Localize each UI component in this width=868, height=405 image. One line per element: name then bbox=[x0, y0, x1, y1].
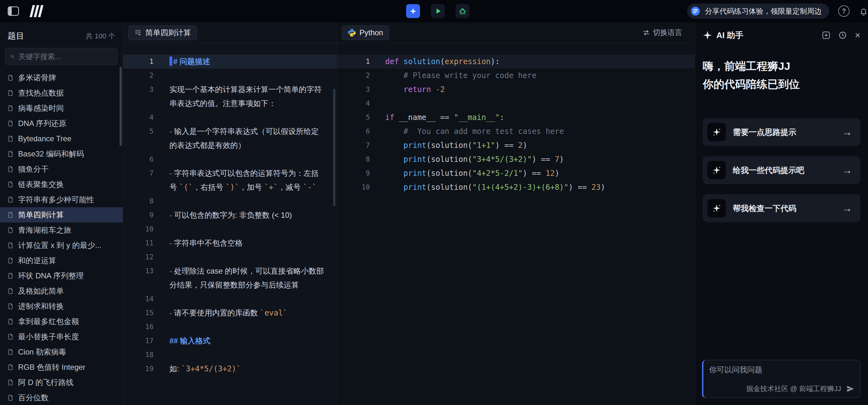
document-icon bbox=[7, 257, 14, 264]
editor-line[interactable]: 4 bbox=[123, 111, 336, 124]
editor-line[interactable]: 15 - 请不要使用内置的库函数 `eval` bbox=[123, 306, 336, 320]
editor-line[interactable]: 18 bbox=[123, 348, 336, 362]
suggestion-label: 帮我检查一下代码 bbox=[733, 203, 796, 213]
editor-line[interactable]: 2 # Please write your code here bbox=[337, 68, 695, 83]
document-icon bbox=[7, 196, 14, 203]
problem-list-item[interactable]: DNA 序列还原 bbox=[0, 116, 123, 131]
editor-line[interactable]: 7 print(solution("1+1") == 2) bbox=[337, 138, 695, 152]
problem-list-item[interactable]: 多米诺骨牌 bbox=[0, 70, 123, 85]
problem-list-item[interactable]: 进制求和转换 bbox=[0, 299, 123, 314]
new-console-button[interactable]: + bbox=[406, 4, 420, 18]
editor-line[interactable]: 8 bbox=[123, 194, 336, 208]
editor-line[interactable]: 19 如: `3+4*5/(3+2)` bbox=[123, 362, 336, 376]
problem-list-item[interactable]: 和的逆运算 bbox=[0, 253, 123, 268]
problem-list-item[interactable]: 青海湖租车之旅 bbox=[0, 223, 123, 238]
editor-line[interactable]: 14 bbox=[123, 292, 336, 306]
editor-line[interactable]: 17 ## 输入格式 bbox=[123, 334, 336, 348]
problem-list-item[interactable]: Bytedance Tree bbox=[0, 131, 123, 146]
send-button[interactable] bbox=[846, 385, 855, 393]
editor-line[interactable]: 11 - 字符串中不包含空格 bbox=[123, 236, 336, 250]
sparkle-icon bbox=[712, 166, 721, 175]
editor-line[interactable]: 5 - 输入是一个字符串表达式（可以假设所给定的表达式都是有效的） bbox=[123, 124, 336, 152]
ai-suggestion-card[interactable]: 给我一些代码提示吧 → bbox=[703, 156, 860, 184]
problem-list-item[interactable]: Base32 编码和解码 bbox=[0, 146, 123, 162]
problems-sidebar: 题目 共 100 个 多米诺骨牌 查找热点数据 病毒感染时间 DNA 序列还原 … bbox=[0, 22, 123, 405]
debug-button[interactable] bbox=[456, 4, 469, 18]
problem-list-item[interactable]: 字符串有多少种可能性 bbox=[0, 192, 123, 207]
line-number: 5 bbox=[337, 111, 370, 124]
problem-list-item[interactable]: 百分位数 bbox=[0, 390, 123, 405]
editor-line[interactable]: 10 print(solution("(1+(4+5+2)-3)+(6+8)")… bbox=[337, 180, 695, 194]
ai-question-input[interactable] bbox=[709, 365, 855, 381]
ai-input-box[interactable]: 掘金技术社区 @ 前端工程狮JJ bbox=[702, 360, 860, 398]
problem-list-item[interactable]: 最小替换子串长度 bbox=[0, 329, 123, 344]
editor-line[interactable]: 13 - 处理除法 case 的时候，可以直接省略小数部分结果，只保留整数部分参… bbox=[123, 264, 336, 292]
problem-list-item[interactable]: 环状 DNA 序列整理 bbox=[0, 268, 123, 284]
problem-list-item[interactable]: 及格如此简单 bbox=[0, 284, 123, 299]
line-text: # Please write your code here bbox=[370, 68, 695, 83]
line-number: 6 bbox=[123, 152, 154, 166]
language-tab[interactable]: Python bbox=[342, 25, 389, 40]
close-panel-button[interactable]: × bbox=[855, 30, 860, 40]
line-number: 1 bbox=[123, 55, 154, 68]
editor-line[interactable]: 6 bbox=[123, 152, 336, 166]
problem-tab[interactable]: 简单四则计算 bbox=[128, 25, 197, 40]
editor-line[interactable]: 7 - 字符串表达式可以包含的运算符号为：左括号 `(`，右括号 `)`，加号 … bbox=[123, 166, 336, 194]
promo-badge[interactable]: 分享代码练习体验，领限量定制周边 bbox=[687, 3, 829, 19]
problem-list-item[interactable]: 病毒感染时间 bbox=[0, 100, 123, 116]
sidebar-scrollbar[interactable] bbox=[120, 67, 122, 146]
editor-line[interactable]: 2 bbox=[123, 68, 336, 83]
line-text: - 请不要使用内置的库函数 `eval` bbox=[154, 306, 336, 320]
editor-line[interactable]: 1 def solution(expression): bbox=[337, 55, 695, 68]
document-icon bbox=[7, 74, 14, 81]
search-box[interactable] bbox=[5, 48, 118, 65]
document-icon bbox=[7, 242, 14, 249]
document-icon bbox=[7, 89, 14, 96]
editor-line[interactable]: 3 实现一个基本的计算器来计算一个简单的字符串表达式的值。注意事项如下： bbox=[123, 83, 336, 111]
editor-line[interactable]: 12 bbox=[123, 250, 336, 264]
problem-list-item[interactable]: 查找热点数据 bbox=[0, 85, 123, 100]
problem-list-item[interactable]: Cion 勒索病毒 bbox=[0, 344, 123, 359]
problem-item-label: DNA 序列还原 bbox=[18, 118, 66, 128]
app-logo[interactable] bbox=[29, 5, 45, 17]
problem-list-item[interactable]: 拿到最多红包金额 bbox=[0, 314, 123, 329]
ai-suggestion-card[interactable]: 需要一点思路提示 → bbox=[703, 118, 860, 146]
problem-list-item[interactable]: 链表聚集交换 bbox=[0, 177, 123, 192]
editor-line[interactable]: 4 bbox=[337, 96, 695, 111]
history-button[interactable] bbox=[838, 31, 847, 40]
editor-line[interactable]: 16 bbox=[123, 320, 336, 334]
problem-list-item[interactable]: 阿 D 的飞行路线 bbox=[0, 375, 123, 390]
problem-list-item[interactable]: 计算位置 x 到 y 的最少... bbox=[0, 238, 123, 253]
history-icon bbox=[838, 31, 847, 40]
new-chat-button[interactable] bbox=[822, 31, 831, 40]
line-number: 12 bbox=[123, 250, 154, 264]
editor-line[interactable]: 9 - 可以包含的数字为: 非负整数 (< 10) bbox=[123, 208, 336, 222]
line-text: - 处理除法 case 的时候，可以直接省略小数部分结果，只保留整数部分参与后续… bbox=[154, 264, 336, 292]
editor-line[interactable]: 8 print(solution("3+4*5/(3+2)") == 7) bbox=[337, 152, 695, 166]
line-text: return -2 bbox=[370, 83, 695, 96]
search-input[interactable] bbox=[19, 52, 112, 61]
new-chat-icon bbox=[822, 31, 831, 40]
question-icon: ? bbox=[842, 7, 846, 15]
editor-line[interactable]: 9 print(solution("4+2*5-2/1") == 12) bbox=[337, 166, 695, 180]
run-button[interactable] bbox=[431, 4, 445, 18]
problem-list-item[interactable]: RGB 色值转 Integer bbox=[0, 359, 123, 375]
ai-suggestion-card[interactable]: 帮我检查一下代码 → bbox=[703, 194, 860, 222]
editor-line[interactable]: 6 # You can add more test cases here bbox=[337, 124, 695, 138]
editor-line[interactable]: 5 if __name__ == "__main__": bbox=[337, 111, 695, 124]
switch-language-button[interactable]: 切换语言 bbox=[643, 28, 690, 37]
sidebar-toggle-icon[interactable] bbox=[8, 6, 19, 16]
language-tab-label: Python bbox=[360, 28, 383, 37]
problem-list-item[interactable]: 简单四则计算 bbox=[0, 207, 123, 223]
editor-line[interactable]: 3 return -2 bbox=[337, 83, 695, 96]
line-number: 4 bbox=[337, 96, 370, 111]
promo-icon bbox=[690, 6, 701, 16]
problem-list-item[interactable]: 猫鱼分干 bbox=[0, 162, 123, 177]
notifications-button[interactable] bbox=[859, 6, 868, 16]
editor-line[interactable]: 10 bbox=[123, 222, 336, 236]
description-scrollbar[interactable] bbox=[333, 89, 335, 206]
editor-line[interactable]: 1 # 问题描述 bbox=[123, 55, 336, 68]
line-number: 6 bbox=[337, 124, 370, 138]
help-button[interactable]: ? bbox=[838, 5, 849, 17]
problem-item-label: 进制求和转换 bbox=[18, 301, 64, 311]
